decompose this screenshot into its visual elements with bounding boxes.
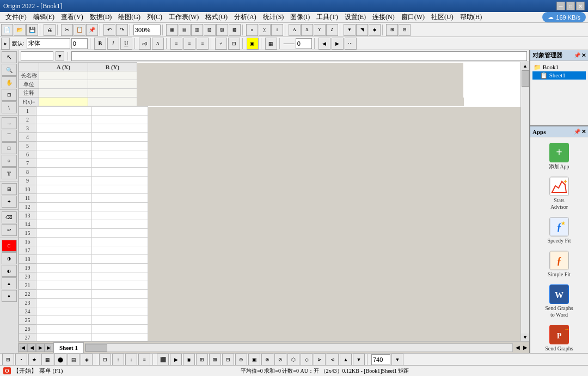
new-file-button[interactable]: 📄 xyxy=(1,24,13,36)
btm-btn-10[interactable]: ↓ xyxy=(125,354,137,366)
stats-btn-1[interactable]: σ xyxy=(246,24,258,36)
draw-arrow-tool[interactable]: → xyxy=(2,117,17,129)
cloud-button[interactable]: ☁ 169 KB/s xyxy=(542,12,586,22)
vertical-scrollbar[interactable]: ▲ ▼ xyxy=(520,62,529,341)
btm-btn-7[interactable]: ◈ xyxy=(81,354,93,366)
cell-b-9[interactable] xyxy=(92,177,148,185)
menu-analysis[interactable]: 分析(A) xyxy=(231,11,260,23)
scroll-right-btn[interactable]: ▶ xyxy=(522,344,529,350)
save-button[interactable]: 💾 xyxy=(26,24,38,36)
add-app-item[interactable]: + 添加App xyxy=(534,141,585,172)
btm-btn-14[interactable]: ◉ xyxy=(183,354,195,366)
cell-a-27[interactable] xyxy=(36,333,92,342)
menu-help[interactable]: 帮助(H) xyxy=(457,11,486,23)
cell-a-8[interactable] xyxy=(36,168,92,177)
menu-view[interactable]: 查看(V) xyxy=(58,11,87,23)
btm-btn-13[interactable]: ▶ xyxy=(170,354,182,366)
undo-tool[interactable]: ↩ xyxy=(2,224,17,236)
symbol-button[interactable]: αβ xyxy=(139,38,151,50)
draw-curve-tool[interactable]: ⌒ xyxy=(2,130,17,142)
restore-button[interactable]: □ xyxy=(566,2,575,10)
cell-a-10[interactable] xyxy=(36,185,92,194)
simple-fit-item[interactable]: ƒ Simple Fit xyxy=(534,248,585,280)
cell-a-11[interactable] xyxy=(36,194,92,203)
undo-button[interactable]: ↶ xyxy=(103,24,115,36)
btm-btn-2[interactable]: • xyxy=(15,354,27,366)
btm-btn-20[interactable]: ⊗ xyxy=(261,354,273,366)
cell-a-24[interactable] xyxy=(36,307,92,316)
stats-btn-3[interactable]: f xyxy=(271,24,283,36)
speedy-fit-item[interactable]: ƒ ★ Speedy Fit xyxy=(534,215,585,246)
cell-b-7[interactable] xyxy=(92,159,148,168)
decimal-input[interactable] xyxy=(296,38,312,49)
cell-b-comment[interactable] xyxy=(88,89,137,98)
xyz-btn-1[interactable]: ⊞ xyxy=(386,24,398,36)
btm-btn-26[interactable]: ▲ xyxy=(340,354,352,366)
cell-b-11[interactable] xyxy=(92,194,148,203)
cell-b-25[interactable] xyxy=(92,316,148,325)
cell-b-19[interactable] xyxy=(92,264,148,272)
menu-data[interactable]: 数据(D) xyxy=(87,11,115,23)
cell-b-17[interactable] xyxy=(92,246,148,255)
copy-button[interactable]: 📋 xyxy=(74,24,85,36)
btm-btn-16[interactable]: ⊠ xyxy=(209,354,221,366)
cell-a-17[interactable] xyxy=(36,246,92,255)
btm-btn-18[interactable]: ⊕ xyxy=(235,354,247,366)
btm-zoom-btn[interactable]: ▼ xyxy=(391,354,403,366)
cell-a-26[interactable] xyxy=(36,325,92,333)
cell-a-9[interactable] xyxy=(36,177,92,185)
align-left-btn[interactable]: ≡ xyxy=(170,38,182,50)
fill-color-btn[interactable]: ▣ xyxy=(247,38,259,50)
obj-manager-pin-btn[interactable]: 📌 xyxy=(574,52,580,58)
draw-line-tool[interactable]: \ xyxy=(2,101,17,113)
graph-btn-1[interactable]: ▦ xyxy=(166,24,178,36)
cell-a-15[interactable] xyxy=(36,229,92,238)
text-tool[interactable]: T xyxy=(2,167,17,179)
filter-btn-3[interactable]: ◆ xyxy=(369,24,381,36)
font-color-btn[interactable]: A xyxy=(152,38,164,50)
btm-btn-25[interactable]: ⊲ xyxy=(327,354,339,366)
btm-btn-19[interactable]: ▣ xyxy=(248,354,260,366)
cell-a-12[interactable] xyxy=(36,203,92,211)
cell-a-6[interactable] xyxy=(36,150,92,159)
cell-a-longname[interactable] xyxy=(39,71,88,80)
pointer-tool[interactable]: ↖ xyxy=(2,51,17,63)
menu-column[interactable]: 列(C) xyxy=(144,11,166,23)
align-center-btn[interactable]: ≡ xyxy=(183,38,195,50)
menu-community[interactable]: 社区(U) xyxy=(428,11,457,23)
scroll-left-btn[interactable]: ◀ xyxy=(514,344,522,350)
btm-btn-23[interactable]: ◇ xyxy=(301,354,313,366)
apps-close-btn[interactable]: ✕ xyxy=(581,129,586,135)
xyz-btn-2[interactable]: ⊟ xyxy=(399,24,411,36)
stats-btn-2[interactable]: ∑ xyxy=(259,24,271,36)
more-format-btn[interactable]: ⋯ xyxy=(345,38,357,50)
tree-book1[interactable]: 📁 Book1 xyxy=(532,63,586,71)
obj-manager-close-btn[interactable]: ✕ xyxy=(581,52,586,58)
paste-button[interactable]: 📌 xyxy=(86,24,98,36)
cell-a-fx[interactable] xyxy=(39,98,88,106)
cell-a-13[interactable] xyxy=(36,211,92,220)
zoom-input[interactable] xyxy=(133,25,161,35)
menu-plot[interactable]: 绘图(G) xyxy=(115,11,144,23)
btm-btn-12[interactable]: ⬛ xyxy=(157,354,169,366)
misc-btn-4[interactable]: Z xyxy=(326,24,338,36)
cell-a-19[interactable] xyxy=(36,264,92,272)
font-arrow-btn[interactable]: ▸ xyxy=(1,38,10,50)
filter-btn-2[interactable]: ◥ xyxy=(356,24,368,36)
sheet-next-btn[interactable]: ▶ xyxy=(36,343,45,352)
align-right-btn[interactable]: ≡ xyxy=(197,38,209,50)
menu-format[interactable]: 格式(O) xyxy=(202,11,231,23)
btm-btn-27[interactable]: ▼ xyxy=(353,354,365,366)
close-button[interactable]: ✕ xyxy=(576,2,585,10)
horizontal-scrollbar[interactable] xyxy=(85,343,513,352)
menu-image[interactable]: 图像(I) xyxy=(287,11,313,23)
minimize-button[interactable]: ─ xyxy=(556,2,565,10)
cell-b-unit[interactable] xyxy=(88,80,137,89)
scroll-down-button[interactable]: ▼ xyxy=(521,333,529,341)
italic-button[interactable]: I xyxy=(107,38,119,50)
menu-tools[interactable]: 工具(T) xyxy=(313,11,341,23)
border-btn[interactable]: ▦ xyxy=(265,38,277,50)
cut-button[interactable]: ✂ xyxy=(61,24,73,36)
color-tool-1[interactable]: C xyxy=(2,240,17,252)
color-tool-3[interactable]: ◐ xyxy=(2,265,17,277)
